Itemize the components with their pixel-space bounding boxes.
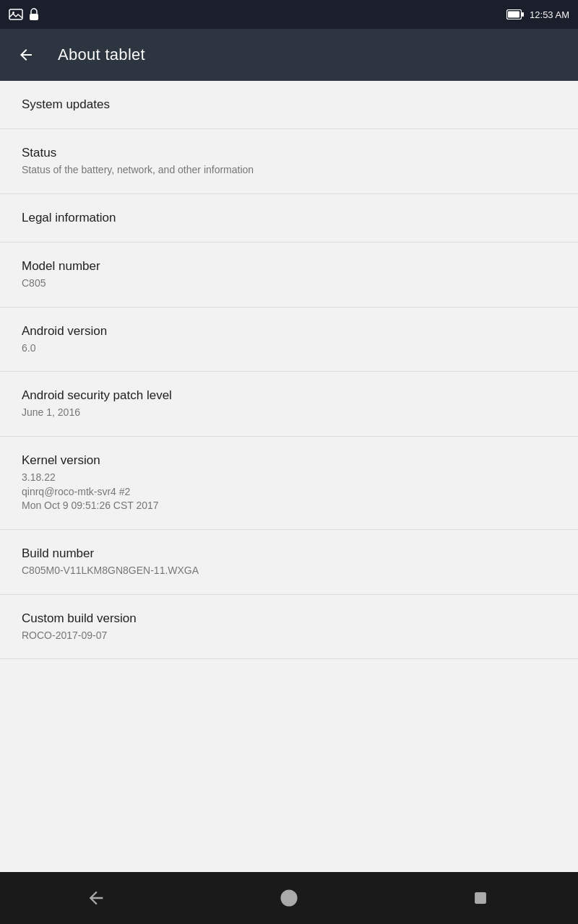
kernel-version-title: Kernel version: [22, 453, 556, 468]
app-bar: About tablet: [0, 29, 578, 81]
status-title: Status: [22, 145, 556, 161]
model-number-title: Model number: [22, 258, 556, 274]
legal-information-title: Legal information: [22, 210, 556, 226]
android-security-patch-item: Android security patch level June 1, 201…: [0, 372, 578, 437]
model-number-value: C805: [22, 276, 556, 291]
svg-rect-0: [9, 9, 22, 19]
android-version-title: Android version: [22, 323, 556, 339]
svg-point-6: [281, 891, 296, 906]
build-number-title: Build number: [22, 546, 556, 562]
nav-bar: [0, 872, 578, 924]
svg-rect-7: [475, 893, 486, 903]
custom-build-version-value: ROCO-2017-09-07: [22, 629, 556, 643]
legal-information-item[interactable]: Legal information: [0, 194, 578, 243]
custom-build-version-title: Custom build version: [22, 611, 556, 627]
android-version-value: 6.0: [22, 341, 556, 356]
custom-build-version-item: Custom build version ROCO-2017-09-07: [0, 595, 578, 660]
back-button[interactable]: [12, 40, 40, 69]
page-title: About tablet: [58, 45, 145, 64]
status-bar-left: [9, 8, 39, 21]
nav-recents-button[interactable]: [460, 876, 504, 920]
android-version-item: Android version 6.0: [0, 308, 578, 372]
status-time: 12:53 AM: [530, 9, 569, 20]
svg-rect-4: [522, 12, 524, 17]
system-updates-title: System updates: [22, 97, 556, 113]
status-item[interactable]: Status Status of the battery, network, a…: [0, 129, 578, 194]
lock-icon: [29, 8, 39, 21]
nav-back-button[interactable]: [74, 876, 118, 920]
system-updates-item[interactable]: System updates: [0, 81, 578, 129]
kernel-version-item: Kernel version 3.18.22 qinrq@roco-mtk-sv…: [0, 437, 578, 530]
settings-content: System updates Status Status of the batt…: [0, 81, 578, 872]
status-bar-right: 12:53 AM: [506, 9, 569, 20]
svg-rect-5: [508, 12, 519, 18]
build-number-value: C805M0-V11LKM8GN8GEN-11.WXGA: [22, 564, 556, 578]
status-subtitle: Status of the battery, network, and othe…: [22, 163, 556, 178]
svg-rect-2: [30, 14, 38, 20]
battery-icon: [506, 9, 524, 19]
model-number-item: Model number C805: [0, 243, 578, 308]
kernel-version-value: 3.18.22 qinrq@roco-mtk-svr4 #2 Mon Oct 9…: [22, 471, 556, 513]
nav-home-button[interactable]: [267, 876, 311, 920]
android-security-patch-value: June 1, 2016: [22, 406, 556, 420]
image-icon: [9, 9, 23, 20]
empty-space: [0, 659, 578, 803]
status-bar: 12:53 AM: [0, 0, 578, 29]
build-number-item: Build number C805M0-V11LKM8GN8GEN-11.WXG…: [0, 530, 578, 595]
android-security-patch-title: Android security patch level: [22, 388, 556, 404]
